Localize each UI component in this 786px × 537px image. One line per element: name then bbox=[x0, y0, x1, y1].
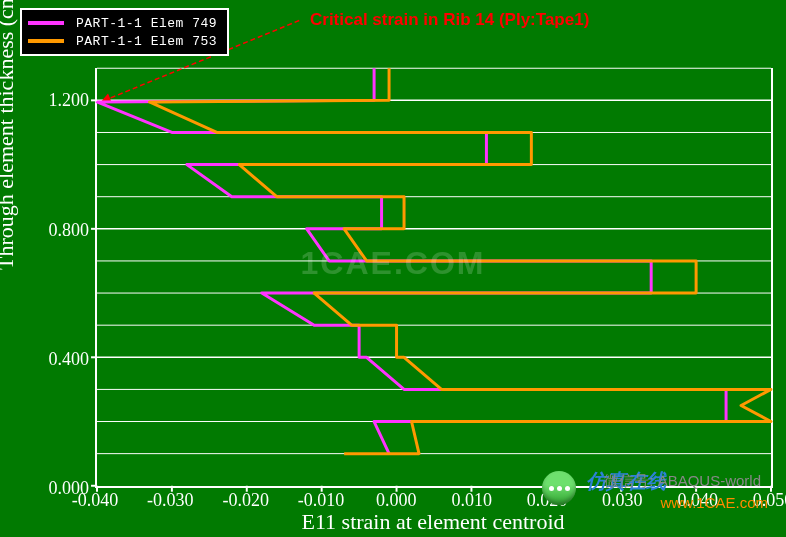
y-axis-label: Through element thickness (cm) bbox=[0, 0, 19, 270]
wechat-icon bbox=[542, 471, 576, 505]
watermark-wechat: 微信号: ABAQUS-world bbox=[604, 472, 761, 491]
x-tick-label: 0.010 bbox=[451, 490, 492, 511]
legend-swatch bbox=[28, 39, 64, 43]
legend: PART-1-1 Elem 749 PART-1-1 Elem 753 bbox=[20, 8, 229, 56]
x-axis-label: E11 strain at element centroid bbox=[95, 509, 771, 535]
y-tick-label: 0.400 bbox=[29, 348, 89, 369]
x-tick-label: -0.040 bbox=[72, 490, 119, 511]
x-tick-label: 0.000 bbox=[376, 490, 417, 511]
legend-swatch bbox=[28, 21, 64, 25]
chart-root: PART-1-1 Elem 749 PART-1-1 Elem 753 Crit… bbox=[0, 0, 786, 537]
x-tick-label: -0.030 bbox=[147, 490, 194, 511]
plot-svg bbox=[97, 68, 771, 486]
y-tick-label: 0.800 bbox=[29, 219, 89, 240]
legend-item: PART-1-1 Elem 749 bbox=[28, 14, 217, 32]
legend-item: PART-1-1 Elem 753 bbox=[28, 32, 217, 50]
plot-area bbox=[95, 68, 773, 488]
x-tick-label: -0.020 bbox=[222, 490, 269, 511]
y-tick-label: 1.200 bbox=[29, 90, 89, 111]
watermark-url: www.1CAE.com bbox=[660, 494, 768, 511]
annotation-text: Critical strain in Rib 14 (Ply:Tape1) bbox=[310, 10, 589, 30]
x-tick-label: -0.010 bbox=[298, 490, 345, 511]
legend-label: PART-1-1 Elem 753 bbox=[76, 34, 217, 49]
legend-label: PART-1-1 Elem 749 bbox=[76, 16, 217, 31]
